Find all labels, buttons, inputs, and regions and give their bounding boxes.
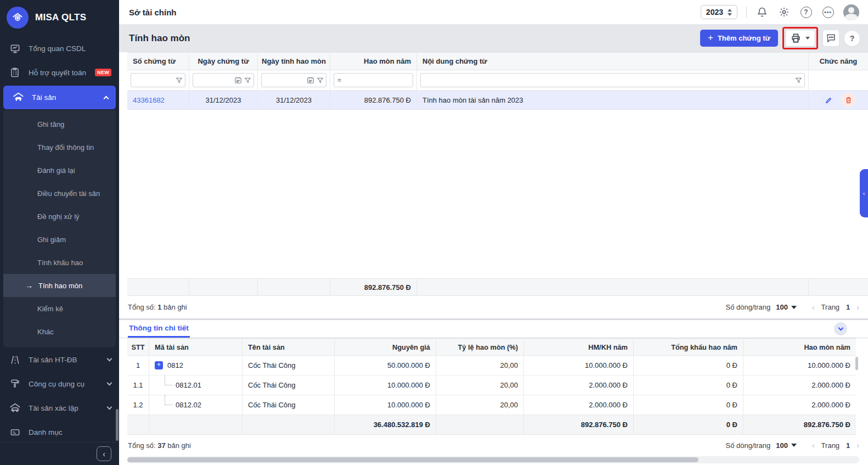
col-header[interactable]: Tên tài sản xyxy=(243,339,335,355)
col-header[interactable]: HM/KH năm xyxy=(524,339,634,355)
sidebar-item-label: Hỗ trợ quyết toán xyxy=(29,69,87,77)
submenu-item-ghi-tang[interactable]: Ghi tăng xyxy=(3,113,116,136)
total-nguyen-gia: 36.480.532.819 Đ xyxy=(335,415,436,434)
sidebar-scrollbar[interactable] xyxy=(116,409,119,441)
filter-so-chung-tu xyxy=(131,73,185,87)
expand-plus-icon[interactable]: + xyxy=(155,361,163,369)
sidebar-item-label: Tổng quan CSDL xyxy=(29,44,111,53)
edit-button[interactable] xyxy=(821,93,836,107)
detail-collapse-button[interactable] xyxy=(834,322,847,335)
print-split-button[interactable] xyxy=(785,30,815,47)
chevron-down-icon xyxy=(107,380,112,386)
page-label: Trang xyxy=(821,303,839,311)
col-header[interactable]: Tổng khấu hao năm xyxy=(634,339,743,355)
funnel-icon[interactable] xyxy=(176,77,183,84)
col-header[interactable]: Tỷ lệ hao mòn (%) xyxy=(436,339,524,355)
settings-button[interactable] xyxy=(777,5,791,19)
tree-branch-icon xyxy=(165,376,172,385)
sidebar-item-tai-san[interactable]: Tài sản xyxy=(3,86,116,109)
submenu-item-khac[interactable]: Khác xyxy=(3,320,116,343)
submenu-item-de-nghi-xu-ly[interactable]: Đề nghị xử lý xyxy=(3,205,116,228)
filter-noi-dung-input[interactable] xyxy=(424,76,793,84)
detail-vertical-scrollbar[interactable] xyxy=(855,357,858,370)
detail-pagination: Tổng số: 37 bản ghi Số dòng/trang 100 ‹ … xyxy=(119,435,868,456)
scrollbar-thumb[interactable] xyxy=(127,457,698,462)
submenu-item-kiem-ke[interactable]: Kiểm kê xyxy=(3,297,116,320)
voucher-filter-row: = xyxy=(127,70,868,91)
main-content: Sở tài chính 2023 ? ••• xyxy=(119,0,868,465)
question-icon: ? xyxy=(801,7,812,18)
total-label: Tổng số: xyxy=(128,303,156,311)
prev-page-button[interactable]: ‹ xyxy=(812,441,815,450)
more-button[interactable]: ••• xyxy=(821,5,835,19)
add-voucher-button[interactable]: + Thêm chứng từ xyxy=(700,30,778,47)
filter-ngay-tinh-hao-mon-input[interactable] xyxy=(265,76,305,84)
col-header[interactable]: Ngày tính hao mòn xyxy=(258,53,330,70)
question-icon: ? xyxy=(850,34,855,43)
voucher-table: Số chứng từ Ngày chứng từ Ngày tính hao … xyxy=(119,52,868,318)
filter-hao-mon-nam-input[interactable] xyxy=(346,76,410,84)
per-page-select[interactable]: 100 xyxy=(776,441,797,450)
sidebar-item-tai-san-xac-lap[interactable]: Tài sản xác lập xyxy=(0,396,119,420)
depreciation-amount: 892.876.750 Đ xyxy=(330,91,417,109)
sidebar-item-danh-muc[interactable]: Danh mục xyxy=(0,420,119,444)
col-header[interactable]: Mã tài sản xyxy=(149,339,243,355)
submenu-item-tinh-khau-hao[interactable]: Tính khấu hao xyxy=(3,251,116,274)
col-header[interactable]: Nguyên giá xyxy=(335,339,436,355)
col-header[interactable]: Nội dung chứng từ xyxy=(417,53,809,70)
equals-operator[interactable]: = xyxy=(337,76,343,84)
voucher-row-selected[interactable]: 43361682 31/12/2023 31/12/2023 892.876.7… xyxy=(127,91,868,110)
gear-icon xyxy=(779,7,790,18)
col-header[interactable]: Ngày chứng từ xyxy=(189,53,258,70)
sidebar-item-ho-tro-quyet-toan[interactable]: Hỗ trợ quyết toán NEW xyxy=(0,60,119,85)
sidebar-item-cong-cu-dung-cu[interactable]: Công cụ dụng cụ xyxy=(0,372,119,396)
print-dropdown-caret-icon[interactable] xyxy=(805,37,810,40)
submenu-item-danh-gia-lai[interactable]: Đánh giá lại xyxy=(3,159,116,182)
submenu-item-dieu-chuyen-tai-san[interactable]: Điều chuyển tài sản xyxy=(3,182,116,205)
per-page-select[interactable]: 100 xyxy=(776,303,797,311)
chat-bubble-icon xyxy=(826,33,836,43)
submenu-item-ghi-giam[interactable]: Ghi giảm xyxy=(3,228,116,251)
next-page-button[interactable]: › xyxy=(856,441,859,450)
detail-row[interactable]: 1.2 0812.02 Cốc Thái Công 10.000.000 Đ 2… xyxy=(127,395,856,415)
filter-so-chung-tu-input[interactable] xyxy=(134,76,173,84)
col-header[interactable]: Hao mòn năm xyxy=(743,339,856,355)
year-selector[interactable]: 2023 xyxy=(701,5,737,19)
page-title: Tính hao mòn xyxy=(129,33,700,44)
notifications-button[interactable] xyxy=(756,5,769,19)
feedback-button[interactable] xyxy=(822,30,839,47)
sidebar-item-tong-quan-csdl[interactable]: Tổng quan CSDL xyxy=(0,36,119,60)
next-page-button[interactable]: › xyxy=(856,303,859,312)
delete-button[interactable] xyxy=(841,93,855,107)
year-spinner-icon[interactable] xyxy=(728,9,732,16)
page-help-button[interactable]: ? xyxy=(844,30,860,47)
unit-name: Sở tài chính xyxy=(129,8,701,17)
user-avatar[interactable] xyxy=(843,4,859,20)
prev-page-button[interactable]: ‹ xyxy=(812,303,815,312)
calendar-icon[interactable] xyxy=(234,76,242,84)
voucher-number-link[interactable]: 43361682 xyxy=(133,96,165,104)
funnel-icon[interactable] xyxy=(317,77,324,84)
col-header[interactable]: Số chứng từ xyxy=(127,53,189,70)
tab-thong-tin-chi-tiet[interactable]: Thông tin chi tiết xyxy=(128,320,190,338)
sidebar-item-tai-san-ht-db[interactable]: Tài sản HT-ĐB xyxy=(0,348,119,372)
col-header[interactable]: STT xyxy=(127,339,149,355)
col-header[interactable]: Hao mòn năm xyxy=(330,53,417,70)
submenu-item-thay-doi-thong-tin[interactable]: Thay đổi thông tin xyxy=(3,136,116,159)
topbar: Sở tài chính 2023 ? ••• xyxy=(119,0,868,24)
detail-row[interactable]: 1.1 0812.01 Cốc Thái Công 10.000.000 Đ 2… xyxy=(127,376,856,395)
funnel-icon[interactable] xyxy=(244,77,251,84)
sidebar-collapse-button[interactable]: ‹ xyxy=(97,446,111,461)
horizontal-scrollbar[interactable] xyxy=(127,456,859,463)
submenu-item-tinh-hao-mon-active[interactable]: → Tính hao mòn xyxy=(3,274,116,297)
help-button[interactable]: ? xyxy=(799,5,813,19)
sidebar-item-label: Tài sản xyxy=(32,93,97,102)
calendar-icon[interactable] xyxy=(307,76,314,84)
trash-icon xyxy=(845,97,852,104)
detail-table-header: STT Mã tài sản Tên tài sản Nguyên giá Tỷ… xyxy=(127,338,856,356)
asset-name: Cốc Thái Công xyxy=(243,376,335,395)
side-panel-toggle[interactable]: ‹ xyxy=(860,169,868,217)
funnel-icon[interactable] xyxy=(795,77,802,84)
detail-row[interactable]: 1 + 0812 Cốc Thái Công 50.000.000 Đ 20,0… xyxy=(127,356,856,376)
filter-ngay-chung-tu-input[interactable] xyxy=(196,76,232,84)
